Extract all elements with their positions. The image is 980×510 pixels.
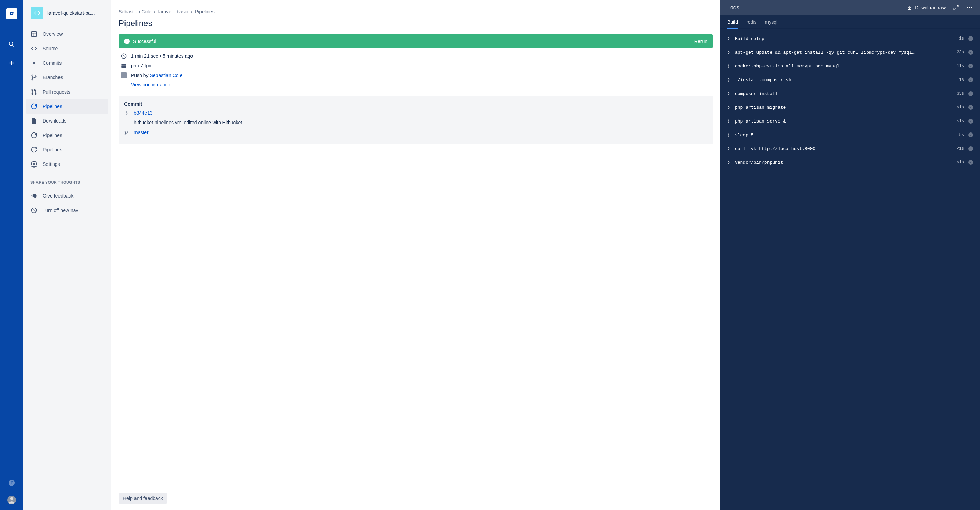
svg-point-11 <box>32 79 33 80</box>
log-row[interactable]: ❯curl -vk http://localhost:8000<1s✓ <box>721 142 980 156</box>
step-success-icon: ✓ <box>968 160 973 165</box>
step-success-icon: ✓ <box>968 91 973 96</box>
more-icon[interactable] <box>966 4 973 11</box>
svg-point-10 <box>32 75 33 76</box>
log-tab-redis[interactable]: redis <box>746 15 756 29</box>
log-command: vendor/bin/phpunit <box>735 160 953 165</box>
help-icon[interactable]: ? <box>9 480 15 486</box>
author-link[interactable]: Sebastian Cole <box>150 73 182 78</box>
log-row[interactable]: ❯php artisan migrate<1s✓ <box>721 100 980 114</box>
chevron-right-icon: ❯ <box>727 77 731 83</box>
svg-point-16 <box>33 163 35 165</box>
sidebar-item-turn-off-new-nav[interactable]: Turn off new nav <box>26 203 108 217</box>
sidebar-item-label: Turn off new nav <box>43 207 78 213</box>
megaphone-icon <box>30 192 38 199</box>
branches-icon <box>30 73 38 81</box>
image-icon <box>121 63 127 69</box>
step-success-icon: ✓ <box>968 36 973 41</box>
branch-link[interactable]: master <box>134 130 148 135</box>
sidebar-item-label: Source <box>43 46 58 51</box>
page-title: Pipelines <box>119 19 713 28</box>
svg-point-13 <box>32 89 33 91</box>
sidebar-item-label: Give feedback <box>43 193 73 199</box>
log-duration: 5s <box>959 132 964 137</box>
breadcrumb-item[interactable]: larave...-basic <box>158 9 188 14</box>
docker-image: php:7-fpm <box>131 63 153 69</box>
repo-name: laravel-quickstart-ba... <box>48 10 95 16</box>
breadcrumb: Sebastian Cole / larave...-basic / Pipel… <box>119 9 713 14</box>
user-avatar[interactable] <box>7 496 16 505</box>
log-row[interactable]: ❯php artisan serve &<1s✓ <box>721 114 980 128</box>
log-command: apt-get update && apt-get install -qy gi… <box>735 50 953 55</box>
log-row[interactable]: ❯sleep 55s✓ <box>721 128 980 142</box>
log-duration: <1s <box>957 119 964 124</box>
author-avatar <box>121 72 127 78</box>
sidebar-item-pull-requests[interactable]: Pull requests <box>26 84 108 99</box>
repo-header[interactable]: laravel-quickstart-ba... <box>23 7 111 26</box>
pipelines-icon <box>30 146 38 153</box>
logs-title: Logs <box>727 5 739 11</box>
chevron-right-icon: ❯ <box>727 132 731 138</box>
svg-point-31 <box>967 7 968 8</box>
svg-point-26 <box>125 134 126 135</box>
create-icon[interactable] <box>7 59 16 67</box>
log-command: php artisan migrate <box>735 105 953 110</box>
sidebar-item-label: Branches <box>43 75 63 80</box>
sidebar-item-pipelines[interactable]: Pipelines <box>26 128 108 142</box>
log-row[interactable]: ❯apt-get update && apt-get install -qy g… <box>721 45 980 59</box>
chevron-right-icon: ❯ <box>727 118 731 124</box>
sidebar: laravel-quickstart-ba... OverviewSourceC… <box>23 0 111 510</box>
svg-point-22 <box>126 113 127 114</box>
sidebar-item-pipelines[interactable]: Pipelines <box>26 99 108 113</box>
chevron-right-icon: ❯ <box>727 49 731 55</box>
svg-rect-21 <box>121 65 126 68</box>
commit-hash-link[interactable]: b344e13 <box>134 110 153 116</box>
log-row[interactable]: ❯Build setup1s✓ <box>721 32 980 45</box>
chevron-right-icon: ❯ <box>727 146 731 151</box>
log-tab-mysql[interactable]: mysql <box>765 15 778 29</box>
commit-icon <box>124 111 130 116</box>
log-row[interactable]: ❯./install-composer.sh1s✓ <box>721 73 980 87</box>
sidebar-item-downloads[interactable]: Downloads <box>26 113 108 128</box>
sidebar-item-label: Pipelines <box>43 132 62 138</box>
log-command: composer install <box>735 91 953 96</box>
sidebar-item-give-feedback[interactable]: Give feedback <box>26 188 108 203</box>
sidebar-item-settings[interactable]: Settings <box>26 157 108 171</box>
step-success-icon: ✓ <box>968 119 973 124</box>
sidebar-item-branches[interactable]: Branches <box>26 70 108 84</box>
svg-line-1 <box>13 45 14 47</box>
step-success-icon: ✓ <box>968 77 973 82</box>
logs-panel: Logs Download raw Buildredismysql ❯Build… <box>721 0 980 510</box>
log-command: docker-php-ext-install mcrypt pdo_mysql <box>735 64 953 69</box>
svg-point-0 <box>9 42 13 46</box>
svg-line-30 <box>953 8 955 10</box>
clock-icon <box>121 53 127 59</box>
sidebar-item-overview[interactable]: Overview <box>26 27 108 41</box>
chevron-right-icon: ❯ <box>727 105 731 110</box>
log-row[interactable]: ❯vendor/bin/phpunit<1s✓ <box>721 156 980 169</box>
log-row[interactable]: ❯docker-php-ext-install mcrypt pdo_mysql… <box>721 59 980 73</box>
bitbucket-logo[interactable] <box>6 8 17 19</box>
rerun-button[interactable]: Rerun <box>694 38 707 44</box>
log-tab-build[interactable]: Build <box>727 15 738 29</box>
download-raw-button[interactable]: Download raw <box>907 5 946 10</box>
search-icon[interactable] <box>7 40 16 49</box>
view-configuration-link[interactable]: View configuration <box>131 82 170 88</box>
breadcrumb-item[interactable]: Pipelines <box>195 9 215 14</box>
sidebar-item-source[interactable]: Source <box>26 41 108 56</box>
global-nav: ? <box>0 0 23 510</box>
overview-icon <box>30 30 38 38</box>
logs-header: Logs Download raw <box>721 0 980 15</box>
sidebar-item-label: Commits <box>43 60 62 66</box>
svg-point-15 <box>35 93 36 94</box>
branch-icon <box>124 131 130 136</box>
svg-rect-4 <box>32 32 37 37</box>
breadcrumb-item[interactable]: Sebastian Cole <box>119 9 151 14</box>
help-feedback-button[interactable]: Help and feedback <box>119 493 167 504</box>
sidebar-item-label: Settings <box>43 161 60 167</box>
expand-icon[interactable] <box>953 4 959 11</box>
sidebar-item-pipelines[interactable]: Pipelines <box>26 142 108 157</box>
step-success-icon: ✓ <box>968 132 973 137</box>
log-row[interactable]: ❯composer install35s✓ <box>721 87 980 100</box>
sidebar-item-commits[interactable]: Commits <box>26 56 108 70</box>
